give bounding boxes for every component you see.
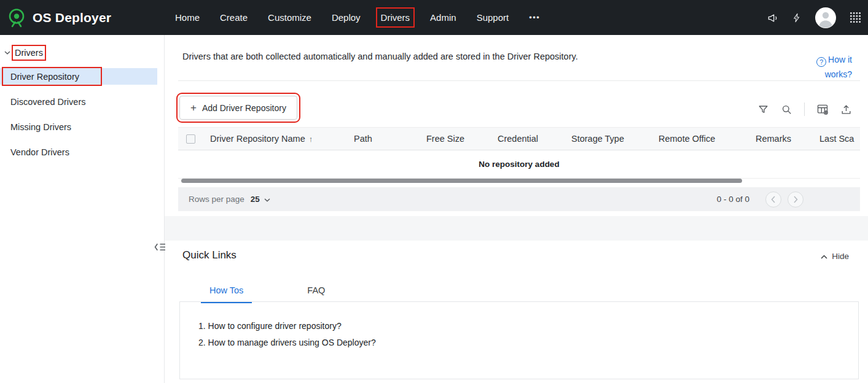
nav-item-deploy[interactable]: Deploy <box>332 12 361 23</box>
help-icon: ? <box>816 57 826 67</box>
rows-per-page-select[interactable]: 25 <box>244 195 270 204</box>
nav-item-home[interactable]: Home <box>175 12 200 23</box>
nav-item-create[interactable]: Create <box>220 12 248 23</box>
quick-links-tabs: How Tos FAQ <box>201 282 334 303</box>
hide-label: Hide <box>832 252 849 261</box>
search-icon[interactable] <box>781 104 792 115</box>
quick-links-panel: 1. How to configure driver repository? 2… <box>179 301 859 379</box>
app-logo-icon <box>6 7 27 28</box>
column-header-path[interactable]: Path <box>346 134 419 144</box>
previous-page-button[interactable] <box>765 192 781 207</box>
export-icon[interactable] <box>840 104 852 115</box>
horizontal-scrollbar[interactable] <box>181 179 742 183</box>
page-description: Drivers that are both collected automati… <box>182 52 578 61</box>
how-it-works-link[interactable]: ?How it works? <box>796 52 852 82</box>
chevron-down-icon <box>264 195 270 204</box>
table-header-row: Driver Repository Name ↑ Path Free Size … <box>178 127 860 150</box>
column-header-credential[interactable]: Credential <box>490 134 564 144</box>
driver-repository-table: Driver Repository Name ↑ Path Free Size … <box>178 127 860 179</box>
how-to-link-1[interactable]: 1. How to configure driver repository? <box>198 318 858 335</box>
column-header-last-scanned[interactable]: Last Sca <box>812 134 860 144</box>
chevron-up-icon <box>821 252 827 261</box>
tab-how-tos[interactable]: How Tos <box>201 282 252 303</box>
select-all-checkbox[interactable] <box>186 134 195 144</box>
pagination-bar: Rows per page 25 0 - 0 of 0 <box>178 187 860 211</box>
sidebar-item-label: Missing Drivers <box>10 122 71 132</box>
quick-actions-icon[interactable] <box>792 12 802 24</box>
sidebar-item-discovered-drivers[interactable]: Discovered Drivers <box>0 93 157 110</box>
rows-per-page-label: Rows per page <box>189 195 244 204</box>
table-toolbar <box>757 103 852 116</box>
tab-faq[interactable]: FAQ <box>299 282 334 303</box>
how-tos-list: 1. How to configure driver repository? 2… <box>180 302 858 351</box>
top-navbar: OS Deployer Home Create Customize Deploy… <box>0 0 868 35</box>
sidebar-item-missing-drivers[interactable]: Missing Drivers <box>0 118 157 135</box>
nav-item-drivers[interactable]: Drivers <box>381 12 410 23</box>
user-avatar[interactable] <box>815 7 837 29</box>
nav-item-customize[interactable]: Customize <box>268 12 311 23</box>
sidebar-item-vendor-drivers[interactable]: Vendor Drivers <box>0 144 157 160</box>
plus-icon: + <box>190 103 197 113</box>
quick-links-title: Quick Links <box>182 249 237 261</box>
app-brand[interactable]: OS Deployer <box>0 7 165 28</box>
column-header-name[interactable]: Driver Repository Name ↑ <box>203 134 346 144</box>
column-header-remarks[interactable]: Remarks <box>748 134 812 144</box>
sidebar: Drivers Driver Repository Discovered Dri… <box>0 35 165 383</box>
column-header-remote-office[interactable]: Remote Office <box>651 134 748 144</box>
section-divider <box>178 80 860 81</box>
filter-icon[interactable] <box>757 104 769 115</box>
navbar-right-controls <box>767 7 868 29</box>
hide-quick-links-button[interactable]: Hide <box>821 252 849 261</box>
toolbar-divider <box>804 103 805 116</box>
sidebar-tree-drivers[interactable]: Drivers <box>4 48 43 58</box>
column-label: Driver Repository Name <box>210 134 305 144</box>
sort-asc-icon: ↑ <box>309 134 313 144</box>
table-empty-message: No repository added <box>178 150 860 179</box>
how-to-link-2[interactable]: 2. How to manage drivers using OS Deploy… <box>198 335 858 351</box>
sidebar-tree-label: Drivers <box>15 48 43 58</box>
nav-more-button[interactable]: ••• <box>529 13 540 22</box>
pagination-controls: 0 - 0 of 0 <box>717 192 803 207</box>
sidebar-collapse-icon[interactable] <box>154 242 166 252</box>
chevron-down-icon <box>4 51 10 55</box>
main-nav: Home Create Customize Deploy Drivers Adm… <box>165 12 540 23</box>
nav-item-support[interactable]: Support <box>477 12 509 23</box>
column-settings-icon[interactable] <box>816 103 829 115</box>
sidebar-item-label: Driver Repository <box>10 72 79 82</box>
apps-grid-icon[interactable] <box>850 12 861 23</box>
select-all-cell <box>178 134 203 144</box>
nav-item-admin[interactable]: Admin <box>430 12 456 23</box>
add-driver-repository-label: Add Driver Repository <box>202 103 286 113</box>
announcement-icon[interactable] <box>767 12 779 24</box>
add-driver-repository-button[interactable]: + Add Driver Repository <box>179 96 297 120</box>
how-it-works-label: How it works? <box>825 55 852 79</box>
sidebar-item-label: Discovered Drivers <box>10 97 85 107</box>
next-page-button[interactable] <box>788 192 803 207</box>
pagination-range: 0 - 0 of 0 <box>717 195 749 204</box>
rows-per-page-value: 25 <box>251 195 260 204</box>
column-header-storage-type[interactable]: Storage Type <box>564 134 651 144</box>
sidebar-item-label: Vendor Drivers <box>10 147 69 157</box>
app-title: OS Deployer <box>33 10 111 25</box>
column-header-free-size[interactable]: Free Size <box>419 134 490 144</box>
sidebar-item-driver-repository[interactable]: Driver Repository <box>0 68 157 85</box>
